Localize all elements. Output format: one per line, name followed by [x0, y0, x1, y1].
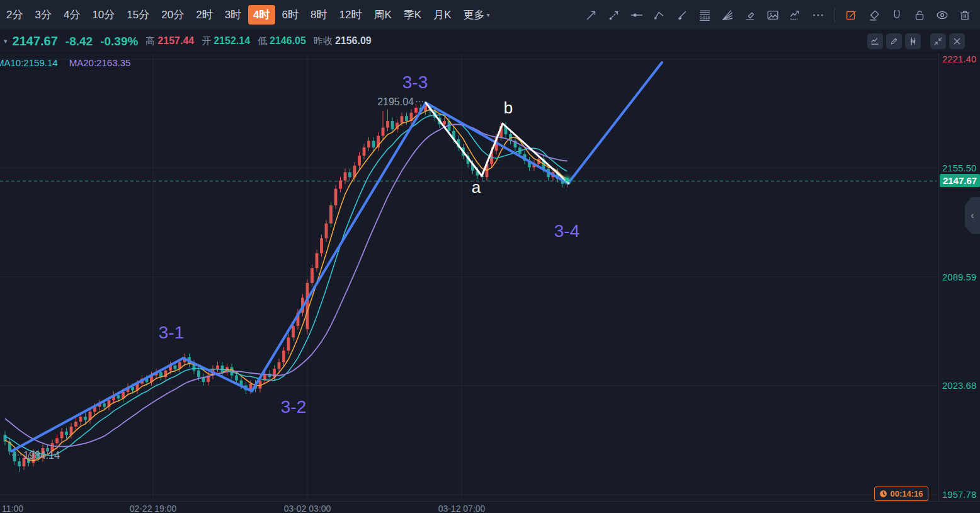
- price-axis-label: 2089.59: [942, 272, 976, 282]
- timeframe-button[interactable]: 12时: [334, 5, 367, 25]
- eraser-icon[interactable]: [867, 8, 882, 23]
- low-label: 低: [258, 35, 267, 47]
- price-axis-label: 2155.50: [942, 163, 976, 173]
- marker-icon[interactable]: [743, 8, 758, 23]
- countdown-timer: 00:14:16: [874, 487, 928, 501]
- horizontal-line-icon[interactable]: [629, 8, 644, 23]
- annotation-b[interactable]: b: [504, 98, 513, 117]
- high-label: 高: [145, 35, 155, 47]
- timeframe-button[interactable]: 15分: [122, 5, 154, 25]
- low-value: 2146.05: [270, 35, 306, 47]
- time-axis-label: 11:00: [2, 504, 23, 513]
- ray-icon[interactable]: [607, 8, 622, 23]
- countdown-value: 00:14:16: [890, 489, 923, 499]
- annotation-2195.04[interactable]: 2195.04: [377, 96, 414, 107]
- edit-note-button[interactable]: [886, 33, 902, 49]
- timeframe-button[interactable]: 月K: [428, 5, 456, 25]
- trend-line-icon[interactable]: [584, 8, 599, 23]
- image-icon[interactable]: [765, 8, 780, 23]
- annotation-3-3[interactable]: 3-3: [402, 72, 428, 92]
- time-axis-label: 03-02 03:00: [284, 504, 331, 513]
- time-axis-label: 03-12 07:00: [438, 504, 486, 513]
- price-change: -8.42: [66, 35, 93, 49]
- delete-icon[interactable]: [957, 8, 972, 23]
- brush-icon[interactable]: [675, 8, 690, 23]
- annotation-1984.14[interactable]: 1984.14: [23, 450, 60, 461]
- timeframe-button[interactable]: 季K: [399, 5, 426, 25]
- annotation-3-2[interactable]: 3-2: [281, 397, 306, 417]
- timeframe-button[interactable]: 6时: [277, 5, 304, 25]
- annotation-3-1[interactable]: 3-1: [159, 323, 184, 342]
- annotation-3-4[interactable]: 3-4: [554, 221, 579, 241]
- wave-icon[interactable]: [788, 8, 803, 23]
- open-label: 开: [202, 35, 211, 47]
- chart-toolbar: 2分3分4分10分15分20分2时3时4时6时8时12时周K季K月K更多▾ 0.…: [0, 0, 980, 30]
- last-price: 2147.67: [13, 34, 58, 49]
- trading-app: 2分3分4分10分15分20分2时3时4时6时8时12时周K季K月K更多▾ 0.…: [0, 0, 980, 513]
- price-axis[interactable]: 2221.402155.502089.592023.681957.782147.…: [938, 53, 980, 501]
- high-value: 2157.44: [157, 35, 194, 47]
- fib-retracement-icon[interactable]: 0.618: [697, 8, 712, 23]
- timeframe-button[interactable]: 2时: [191, 5, 217, 25]
- candlestick-series: [4, 103, 569, 472]
- timeframe-button[interactable]: 4时: [248, 5, 275, 25]
- chart-quick-buttons: [867, 33, 965, 49]
- ma20-label: MA20:2163.35: [69, 57, 131, 68]
- more-timeframes-button[interactable]: 更多▾: [458, 5, 494, 25]
- timeframe-button[interactable]: 2分: [1, 5, 28, 25]
- time-axis[interactable]: 11:0002-22 19:0003-02 03:0003-12 07:00: [0, 501, 980, 513]
- timeframe-button[interactable]: 20分: [156, 5, 189, 25]
- timeframe-button[interactable]: 3时: [220, 5, 246, 25]
- unlock-icon[interactable]: [912, 8, 927, 23]
- last-price-dot: [565, 178, 569, 182]
- price-axis-label: 1957.78: [942, 489, 976, 500]
- price-chart[interactable]: MA10:2159.14 MA20:2163.35 3-13-23-33-4ab…: [0, 53, 938, 501]
- toolbar-divider: [835, 8, 835, 22]
- timeframe-button[interactable]: 10分: [87, 5, 120, 25]
- magnet-icon[interactable]: [889, 8, 904, 23]
- ma10-label: MA10:2159.14: [0, 57, 58, 68]
- polyline-icon[interactable]: [652, 8, 667, 23]
- visibility-icon[interactable]: [935, 8, 950, 23]
- timeframe-button[interactable]: 周K: [368, 5, 396, 25]
- svg-text:0.618: 0.618: [700, 14, 710, 19]
- open-value: 2152.14: [214, 35, 250, 47]
- symbol-dropdown-caret-icon[interactable]: ▾: [4, 37, 8, 45]
- edit-icon[interactable]: [844, 8, 859, 23]
- price-axis-label: 2221.40: [942, 54, 976, 64]
- chart-canvas[interactable]: 3-13-23-33-4ab2195.041984.14: [0, 53, 938, 501]
- price-axis-label: 2023.68: [942, 380, 976, 391]
- annotation-a[interactable]: a: [472, 178, 481, 197]
- chart-style-button[interactable]: [867, 33, 883, 49]
- gridlines: [0, 53, 938, 501]
- ma-indicator-labels: MA10:2159.14 MA20:2163.35: [0, 57, 130, 68]
- prev-close-label: 昨收: [314, 35, 333, 47]
- current-price-badge: 2147.67: [940, 174, 980, 187]
- prev-close-value: 2156.09: [335, 35, 372, 47]
- timeframe-list: 2分3分4分10分15分20分2时3时4时6时8时12时周K季K月K更多▾: [0, 5, 497, 25]
- chevron-down-icon: ▾: [486, 11, 489, 18]
- more-tools-icon[interactable]: [811, 8, 826, 23]
- panel-collapse-tab[interactable]: ‹: [965, 197, 980, 234]
- close-button[interactable]: [949, 33, 965, 49]
- more-label: 更多: [463, 8, 484, 22]
- time-axis-label: 02-22 19:00: [130, 504, 177, 513]
- timeframe-button[interactable]: 3分: [30, 5, 56, 25]
- clock-icon: [879, 490, 887, 498]
- symbol-infobar: ▾ 2147.67 -8.42 -0.39% 高2157.44 开2152.14…: [0, 30, 980, 53]
- drawing-toolbar: 0.618: [584, 8, 980, 23]
- price-change-pct: -0.39%: [100, 35, 138, 49]
- candle-style-button[interactable]: [905, 33, 921, 49]
- timeframe-button[interactable]: 8时: [305, 5, 332, 25]
- gann-fan-icon[interactable]: [720, 8, 735, 23]
- timeframe-button[interactable]: 4分: [59, 5, 85, 25]
- collapse-button[interactable]: [930, 33, 946, 49]
